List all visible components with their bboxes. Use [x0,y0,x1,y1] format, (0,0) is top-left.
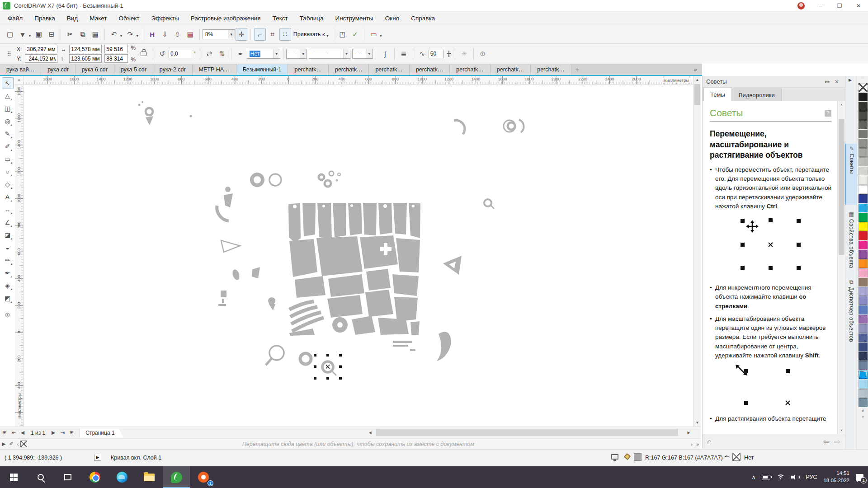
docker-tab-Видеоролики[interactable]: Видеоролики [732,89,782,101]
taskbar-app-orange-icon[interactable]: 1 [190,466,217,488]
color-swatch[interactable] [859,213,868,222]
outline-width-combo[interactable]: Нет ▼ [247,49,280,59]
undo-icon[interactable]: ↶ [108,28,120,41]
canvas-shape[interactable] [146,116,153,125]
scroll-down-icon[interactable]: ▼ [693,419,701,427]
canvas-shape[interactable] [269,304,275,310]
canvas-shape[interactable] [338,173,340,176]
canvas-shape[interactable] [327,295,363,318]
mirror-vertical-icon[interactable]: ⇅ [216,47,228,60]
menu-item-Эффекты[interactable]: Эффекты [145,12,184,25]
canvas-shape[interactable] [325,180,331,187]
canvas-shape[interactable] [252,267,260,278]
flyout-icon[interactable]: ▶ [2,441,5,447]
taskbar-file-explorer-icon[interactable] [136,466,163,488]
docker-strip-tab-Советы[interactable]: ✎Советы [845,144,857,205]
status-flyout-icon[interactable]: ▶ [94,454,101,461]
shape-tool[interactable]: △ [2,90,14,102]
menu-item-Макет[interactable]: Макет [84,12,113,25]
ellipse-tool[interactable]: ○ [2,166,14,178]
help-icon[interactable]: ? [825,110,831,117]
canvas-shape[interactable] [252,174,263,185]
fill-tool[interactable]: ◈ [2,280,14,291]
menu-item-Файл[interactable]: Файл [2,12,28,25]
snap-to-dropdown[interactable]: Привязать к ▼ [292,31,330,38]
scroll-down-icon[interactable]: ∨ [838,426,845,434]
canvas-shape[interactable] [322,205,325,207]
document-tab[interactable]: рука 5.cdr [114,64,153,75]
color-swatch[interactable] [859,241,868,250]
outline-pen-tool[interactable]: ✒ [2,267,14,279]
save-icon[interactable]: ▣ [33,28,45,41]
pick-tool[interactable]: ↖ [2,77,14,89]
scroll-right-icon[interactable]: › [691,441,693,447]
vertical-ruler[interactable]: миллиметры 18001600140012001000800600400… [15,84,24,427]
user-account-icon[interactable] [797,2,805,9]
copy-icon[interactable]: ⧉ [77,28,89,41]
paste-icon[interactable]: ▤ [90,28,101,41]
color-swatch[interactable] [859,296,868,305]
next-page-icon[interactable]: ▶ [49,428,58,438]
palette-expand-icon[interactable]: » [862,414,864,419]
selection-handle[interactable] [339,377,342,380]
arrow-start-combo[interactable]: — ▼ [286,49,307,59]
smoothing-field[interactable] [429,50,444,58]
document-tab[interactable]: МЕТР НА… [193,64,236,75]
palette-drag-handle[interactable]: ⋯ [861,77,865,81]
color-swatch[interactable] [859,324,868,333]
document-tab[interactable]: perchatk… [491,64,531,75]
no-color-swatch[interactable] [859,83,868,92]
color-swatch[interactable] [859,93,868,102]
menu-item-Вид[interactable]: Вид [61,12,84,25]
object-width-field[interactable] [69,45,102,53]
canvas-shape[interactable] [378,318,409,335]
rulers-toggle-icon[interactable]: ⌐ [254,28,266,41]
search-content-icon[interactable]: H [146,28,158,41]
canvas-shape[interactable] [384,243,387,255]
options-icon[interactable]: ✓ [349,28,361,41]
lock-ratio-icon[interactable] [141,52,146,56]
canvas-shape[interactable] [231,268,241,281]
zoom-level-combo[interactable]: 8% ▼ [203,29,235,39]
document-tab[interactable]: рука 6.cdr [75,64,114,75]
canvas-shape[interactable] [146,108,153,115]
x-position-field[interactable] [25,45,57,53]
document-tab[interactable]: рука вай… [0,64,41,75]
docker-strip-tab-Диспетчер объектов[interactable]: ⧉Диспетчер объектов [845,277,857,352]
canvas-shape[interactable] [392,274,419,296]
color-swatch[interactable] [859,278,868,287]
canvas-shape[interactable] [329,171,334,176]
canvas-shape[interactable] [410,321,420,335]
color-swatch[interactable] [859,398,868,407]
selection-handle[interactable] [314,354,316,357]
language-indicator[interactable]: РУС [806,474,817,480]
display-icon[interactable]: ▭ [368,28,379,41]
color-swatch[interactable] [859,222,868,231]
notification-center-icon[interactable]: 1 [856,474,863,481]
docker-tab-Темы[interactable]: Темы [703,88,732,101]
canvas-shape[interactable] [221,240,240,252]
vertical-scroll-thumb[interactable] [694,84,700,105]
docker-strip-tab-Свойства объекта[interactable]: ▦Свойства объекта [845,209,857,272]
canvas-shape[interactable] [383,204,387,208]
canvas-shape[interactable] [491,205,494,209]
document-tab[interactable]: perchatk… [531,64,571,75]
new-document-icon[interactable]: ▢ [4,28,16,41]
taskbar-search-icon[interactable] [27,466,54,488]
canvas-shape[interactable] [332,371,336,375]
connector-tool[interactable]: ∠ [2,216,14,228]
close-button[interactable]: ✕ [849,0,868,12]
volume-icon[interactable] [791,474,799,480]
scroll-up-icon[interactable]: ▲ [693,76,701,84]
horizontal-ruler[interactable]: миллиметры 18001600140012001000800600400… [24,76,693,84]
wrap-text-icon[interactable]: ≣ [398,47,410,60]
scroll-left-icon[interactable]: ‹ [17,441,19,447]
taskbar-chrome-icon[interactable] [81,466,108,488]
cut-icon[interactable]: ✂ [64,28,76,41]
document-tab[interactable]: рука.cdr [41,64,75,75]
color-swatch[interactable] [859,380,868,389]
canvas-shape[interactable] [269,174,281,186]
freehand-tool[interactable]: ✎ [2,128,14,140]
rotation-angle-field[interactable] [169,50,192,58]
canvas-shape[interactable] [319,174,324,180]
